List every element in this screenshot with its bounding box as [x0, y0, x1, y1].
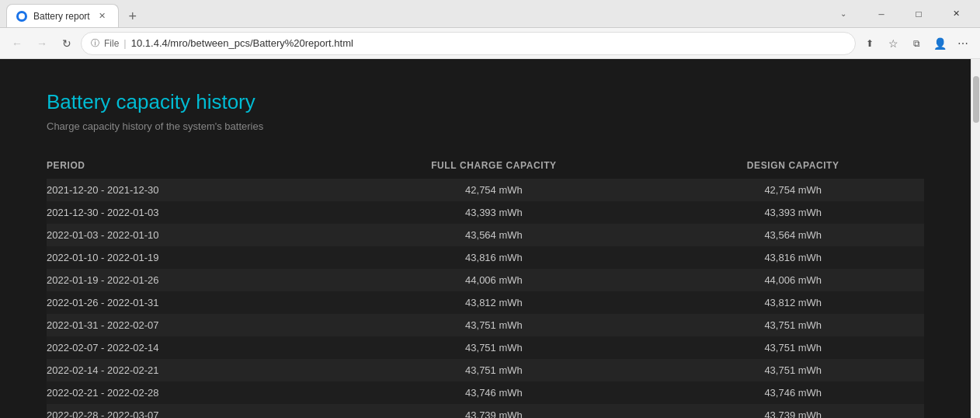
cell-full-charge: 43,751 mWh	[325, 359, 662, 381]
back-button[interactable]: ←	[6, 33, 28, 54]
tab-list-button[interactable]: ⌄	[832, 3, 854, 25]
page-title: Battery capacity history	[47, 90, 924, 114]
star-icon: ☆	[888, 37, 898, 50]
table-row: 2021-12-20 - 2021-12-3042,754 mWh42,754 …	[47, 179, 924, 201]
close-icon	[953, 9, 960, 19]
cell-design: 43,393 mWh	[662, 201, 925, 224]
url-text: 10.1.4.4/mro/between_pcs/Battery%20repor…	[131, 37, 353, 49]
maximize-icon	[916, 9, 921, 19]
ellipsis-icon: ⋯	[957, 37, 968, 50]
forward-icon: →	[36, 37, 47, 50]
table-row: 2021-12-30 - 2022-01-0343,393 mWh43,393 …	[47, 201, 924, 224]
table-row: 2022-02-28 - 2022-03-0743,739 mWh43,739 …	[47, 404, 924, 418]
back-icon: ←	[12, 37, 23, 50]
tab-title: Battery report	[33, 11, 90, 22]
reload-icon: ↻	[62, 37, 71, 50]
split-icon: ⧉	[913, 38, 920, 49]
table-row: 2022-01-19 - 2022-01-2644,006 mWh44,006 …	[47, 269, 924, 291]
profile-button[interactable]: 👤	[929, 33, 950, 54]
cell-design: 43,751 mWh	[662, 314, 925, 336]
cell-full-charge: 43,739 mWh	[325, 404, 662, 418]
cell-period: 2022-01-26 - 2022-01-31	[47, 291, 325, 314]
cell-full-charge: 43,816 mWh	[325, 246, 662, 269]
cell-period: 2022-02-21 - 2022-02-28	[47, 381, 325, 404]
cell-full-charge: 43,751 mWh	[325, 314, 662, 336]
menu-button[interactable]: ⋯	[952, 33, 974, 54]
close-button[interactable]	[938, 2, 974, 26]
profile-icon: 👤	[933, 37, 947, 50]
cell-design: 43,816 mWh	[662, 246, 925, 269]
address-bar[interactable]: ⓘ File | 10.1.4.4/mro/between_pcs/Batter…	[81, 32, 856, 55]
cell-design: 43,739 mWh	[662, 404, 925, 418]
scrollbar[interactable]	[971, 59, 980, 418]
col-period: PERIOD	[47, 154, 325, 179]
cell-full-charge: 43,393 mWh	[325, 201, 662, 224]
cell-period: 2022-01-10 - 2022-01-19	[47, 246, 325, 269]
cell-period: 2022-01-03 - 2022-01-10	[47, 224, 325, 246]
share-icon: ⬆	[866, 38, 874, 49]
nav-actions: ⬆ ☆ ⧉ 👤 ⋯	[859, 33, 974, 54]
nav-bar: ← → ↻ ⓘ File | 10.1.4.4/mro/between_pcs/…	[0, 28, 980, 59]
security-icon: ⓘ	[91, 37, 99, 49]
tab-close-button[interactable]: ✕	[96, 10, 109, 23]
cell-design: 43,564 mWh	[662, 224, 925, 246]
page-subtitle: Charge capacity history of the system's …	[47, 120, 924, 132]
maximize-button[interactable]	[901, 2, 937, 26]
title-bar: Battery report ✕ + ⌄	[0, 0, 980, 28]
bookmark-button[interactable]: ☆	[882, 33, 904, 54]
table-row: 2022-01-10 - 2022-01-1943,816 mWh43,816 …	[47, 246, 924, 269]
tab-bar: Battery report ✕ +	[6, 0, 832, 27]
table-row: 2022-02-14 - 2022-02-2143,751 mWh43,751 …	[47, 359, 924, 381]
cell-full-charge: 44,006 mWh	[325, 269, 662, 291]
cell-full-charge: 43,746 mWh	[325, 381, 662, 404]
cell-period: 2022-02-28 - 2022-03-07	[47, 404, 325, 418]
content-wrapper: Battery capacity history Charge capacity…	[0, 59, 980, 418]
page-content: Battery capacity history Charge capacity…	[0, 59, 971, 418]
browser-frame: Battery report ✕ + ⌄ ← →	[0, 0, 980, 418]
cell-period: 2021-12-20 - 2021-12-30	[47, 179, 325, 201]
cell-full-charge: 43,564 mWh	[325, 224, 662, 246]
cell-design: 44,006 mWh	[662, 269, 925, 291]
cell-full-charge: 43,812 mWh	[325, 291, 662, 314]
split-view-button[interactable]: ⧉	[905, 33, 927, 54]
table-row: 2022-02-21 - 2022-02-2843,746 mWh43,746 …	[47, 381, 924, 404]
new-tab-button[interactable]: +	[122, 5, 144, 27]
cell-period: 2021-12-30 - 2022-01-03	[47, 201, 325, 224]
minimize-icon	[878, 9, 884, 19]
reload-button[interactable]: ↻	[56, 33, 78, 54]
tab-favicon	[16, 11, 27, 22]
table-header-row: PERIOD FULL CHARGE CAPACITY DESIGN CAPAC…	[47, 154, 924, 179]
cell-design: 42,754 mWh	[662, 179, 925, 201]
table-row: 2022-01-26 - 2022-01-3143,812 mWh43,812 …	[47, 291, 924, 314]
share-button[interactable]: ⬆	[859, 33, 881, 54]
scrollbar-thumb[interactable]	[973, 76, 979, 123]
window-controls	[864, 2, 974, 26]
minimize-button[interactable]	[864, 2, 899, 26]
capacity-table: PERIOD FULL CHARGE CAPACITY DESIGN CAPAC…	[47, 154, 924, 418]
cell-full-charge: 43,751 mWh	[325, 336, 662, 359]
cell-design: 43,746 mWh	[662, 381, 925, 404]
cell-design: 43,812 mWh	[662, 291, 925, 314]
protocol-label: File	[104, 38, 119, 49]
cell-full-charge: 42,754 mWh	[325, 179, 662, 201]
cell-period: 2022-02-14 - 2022-02-21	[47, 359, 325, 381]
table-row: 2022-01-03 - 2022-01-1043,564 mWh43,564 …	[47, 224, 924, 246]
cell-design: 43,751 mWh	[662, 336, 925, 359]
cell-period: 2022-01-19 - 2022-01-26	[47, 269, 325, 291]
forward-button[interactable]: →	[31, 33, 53, 54]
col-design: DESIGN CAPACITY	[662, 154, 925, 179]
cell-period: 2022-02-07 - 2022-02-14	[47, 336, 325, 359]
col-full-charge: FULL CHARGE CAPACITY	[325, 154, 662, 179]
cell-period: 2022-01-31 - 2022-02-07	[47, 314, 325, 336]
cell-design: 43,751 mWh	[662, 359, 925, 381]
address-separator: |	[123, 37, 126, 49]
active-tab[interactable]: Battery report ✕	[6, 4, 119, 27]
table-row: 2022-02-07 - 2022-02-1443,751 mWh43,751 …	[47, 336, 924, 359]
table-row: 2022-01-31 - 2022-02-0743,751 mWh43,751 …	[47, 314, 924, 336]
